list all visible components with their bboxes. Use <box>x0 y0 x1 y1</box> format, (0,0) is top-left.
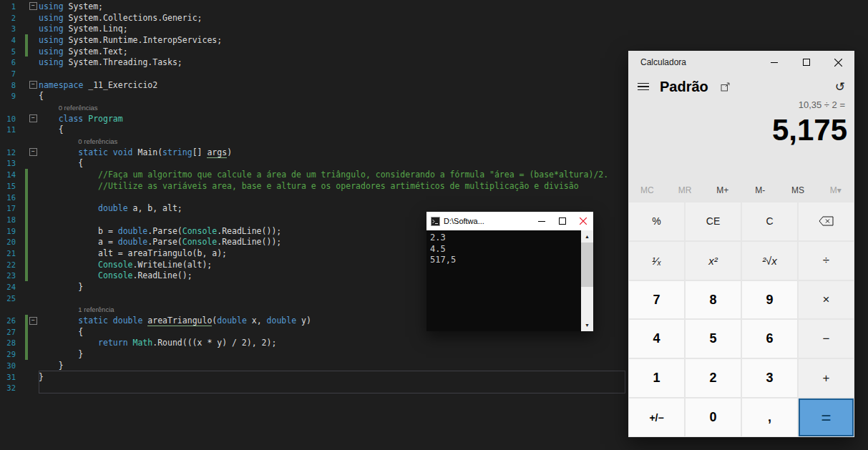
calculator-maximize-button[interactable] <box>790 51 822 74</box>
change-indicator <box>25 270 28 282</box>
calc-button-percent[interactable]: % <box>629 202 684 240</box>
code-token: y) <box>296 316 311 326</box>
calculator-titlebar[interactable]: Calculadora <box>628 51 854 74</box>
calc-button-clear[interactable]: C <box>742 202 797 240</box>
calc-button-eight[interactable]: 8 <box>686 281 741 319</box>
code-token: Console <box>98 260 132 270</box>
change-indicator <box>25 91 28 102</box>
line-number: 19 <box>0 227 16 235</box>
scroll-up-icon[interactable]: ▲ <box>581 230 593 243</box>
code-text: } <box>39 349 83 359</box>
calc-button-decimal[interactable]: , <box>742 398 797 436</box>
change-indicator <box>25 293 28 304</box>
history-icon[interactable]: ↺ <box>835 79 845 94</box>
calc-button-negate[interactable]: +/− <box>629 398 684 436</box>
collapse-toggle-icon[interactable]: − <box>29 81 37 89</box>
memory-button-m-dropdown[interactable]: M▾ <box>816 185 854 195</box>
calculator-window: Calculadora Padrão ↺ 10,35 ÷ 2 = 5,175 M… <box>628 51 854 437</box>
code-text: //Faça um algoritmo que calcule a área d… <box>39 170 608 180</box>
change-indicator <box>25 360 28 371</box>
memory-button-ms[interactable]: MS <box>779 185 817 195</box>
minimize-icon <box>771 59 778 66</box>
calculator-title: Calculadora <box>640 57 758 67</box>
calc-button-subtract[interactable]: − <box>799 320 854 358</box>
change-indicator <box>25 225 28 237</box>
codelens-label[interactable]: 1 referência <box>39 305 114 313</box>
console-scrollbar[interactable]: ▲ ▼ <box>581 230 593 331</box>
line-number: 31 <box>0 373 16 381</box>
code-text: using System; <box>39 1 103 11</box>
calc-button-seven[interactable]: 7 <box>629 281 684 319</box>
console-close-button[interactable] <box>572 212 593 230</box>
codelens-label[interactable]: 0 referências <box>39 104 98 112</box>
calc-button-reciprocal[interactable]: ¹⁄ₓ <box>629 242 684 280</box>
code-token <box>108 316 113 326</box>
calc-button-two[interactable]: 2 <box>686 359 741 397</box>
change-indicator <box>25 202 28 214</box>
code-token: double <box>217 316 247 326</box>
line-number: 9 <box>0 92 16 100</box>
calculator-close-button[interactable] <box>822 51 854 74</box>
scroll-thumb[interactable] <box>581 243 593 287</box>
memory-button-mr[interactable]: MR <box>666 185 704 195</box>
code-text: using System.Threading.Tasks; <box>39 57 182 67</box>
change-indicator <box>25 46 28 57</box>
code-token: Console <box>98 270 132 280</box>
calc-button-multiply[interactable]: × <box>799 281 854 319</box>
calc-button-divide[interactable]: ÷ <box>799 242 854 280</box>
collapse-toggle-icon[interactable]: − <box>29 2 37 10</box>
calc-button-six[interactable]: 6 <box>742 320 797 358</box>
memory-button-mc[interactable]: MC <box>628 185 666 195</box>
console-output: 2.34.5517,5 ▲ ▼ <box>426 230 593 331</box>
code-row: 4using System.Runtime.InteropServices; <box>0 34 868 46</box>
collapse-toggle-icon[interactable]: − <box>29 317 37 325</box>
code-token: //Faça um algoritmo que calcule a área d… <box>98 170 608 180</box>
code-token: a, b, alt; <box>128 203 182 213</box>
code-text: namespace _11_Exercicio2 <box>39 80 157 90</box>
line-number: 22 <box>0 260 16 269</box>
collapse-toggle-icon[interactable]: − <box>29 148 37 156</box>
code-text: { <box>39 327 83 337</box>
code-token: //Utilize as variáveis area, base e altu… <box>98 181 579 191</box>
console-minimize-button[interactable] <box>531 212 552 230</box>
change-indicator <box>25 281 28 293</box>
keep-on-top-icon[interactable] <box>721 82 730 92</box>
codelens-label[interactable]: 0 referências <box>39 137 117 145</box>
code-text: static double areaTriangulo(double x, do… <box>39 316 311 326</box>
memory-button-m-plus[interactable]: M+ <box>703 185 741 195</box>
scroll-down-icon[interactable]: ▼ <box>581 319 593 331</box>
menu-icon[interactable] <box>638 83 649 91</box>
code-token: x, <box>247 316 267 326</box>
code-token: using <box>39 1 64 11</box>
calc-button-square[interactable]: x² <box>686 242 741 280</box>
console-maximize-button[interactable] <box>552 212 572 230</box>
code-text: double a, b, alt; <box>39 203 182 213</box>
collapse-toggle-icon[interactable]: − <box>29 114 37 122</box>
change-indicator <box>25 382 28 393</box>
outline-margin: − <box>28 2 39 10</box>
calc-button-square-root[interactable]: ²√x <box>742 242 797 280</box>
calc-button-add[interactable]: + <box>799 359 854 397</box>
code-token: _11_Exercicio2 <box>83 80 157 90</box>
calc-button-clear-entry[interactable]: CE <box>686 202 741 240</box>
line-number: 18 <box>0 215 16 224</box>
memory-button-row: MCMRM+M-MSM▾ <box>628 180 854 201</box>
change-indicator <box>25 124 28 136</box>
calc-button-zero[interactable]: 0 <box>686 398 741 436</box>
calculator-result: 5,175 <box>628 114 854 147</box>
memory-button-m-minus[interactable]: M- <box>741 185 779 195</box>
code-token: System; <box>64 1 103 11</box>
calc-button-four[interactable]: 4 <box>629 320 684 358</box>
console-titlebar[interactable]: D:\Softwa... <box>426 212 593 230</box>
line-number: 32 <box>0 383 16 392</box>
calc-button-backspace[interactable] <box>799 202 854 240</box>
calc-button-nine[interactable]: 9 <box>742 281 797 319</box>
code-token: class <box>59 114 84 124</box>
calc-button-equals[interactable]: = <box>799 398 854 436</box>
code-token: Program <box>83 114 122 124</box>
calc-button-three[interactable]: 3 <box>742 359 797 397</box>
code-token: b = <box>98 226 118 236</box>
calc-button-one[interactable]: 1 <box>629 359 684 397</box>
calculator-minimize-button[interactable] <box>758 51 790 74</box>
calc-button-five[interactable]: 5 <box>686 320 741 358</box>
